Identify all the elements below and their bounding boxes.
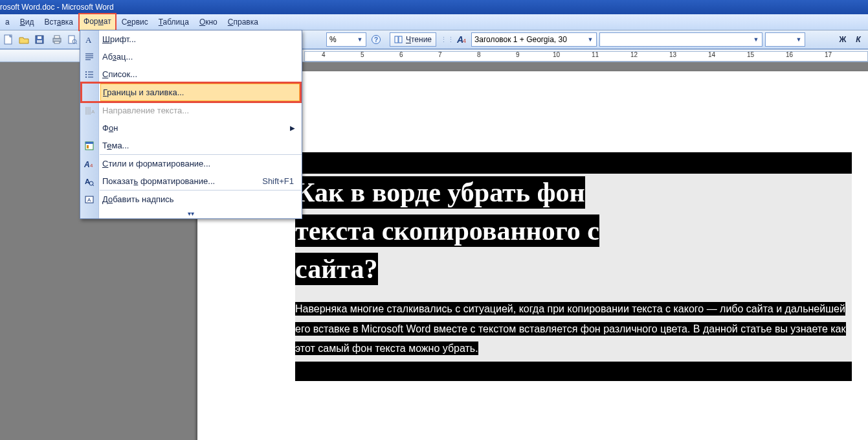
textbox-icon: A — [83, 193, 96, 206]
svg-rect-3 — [37, 40, 42, 43]
font-combo[interactable]: ▼ — [599, 32, 762, 47]
menu-font[interactable]: A Шрифт... — [80, 30, 302, 48]
menu-item-truncated[interactable]: а — [0, 15, 15, 29]
svg-point-26 — [85, 76, 87, 78]
document-title[interactable]: Как в ворде убрать фон текста скопирован… — [295, 174, 852, 288]
styles-pane-icon[interactable]: A4 — [456, 32, 470, 47]
submenu-arrow-icon: ▶ — [290, 124, 295, 132]
style-combo[interactable]: Заголовок 1 + Georgia, 30 ▼ — [471, 32, 597, 47]
text-direction-icon: A — [83, 104, 96, 117]
svg-rect-5 — [54, 36, 60, 38]
svg-rect-6 — [54, 41, 60, 43]
svg-rect-34 — [87, 145, 89, 148]
font-icon: A — [83, 33, 96, 46]
document-paragraph[interactable]: Наверняка многие сталкивались с ситуацие… — [295, 299, 852, 358]
window-title: rosoft Word.doc - Microsoft Word — [0, 3, 114, 12]
menu-item-tools[interactable]: Сервис — [117, 15, 153, 29]
style-combo-value: Заголовок 1 + Georgia, 30 — [474, 35, 567, 44]
svg-rect-33 — [85, 142, 93, 144]
svg-rect-14 — [399, 36, 402, 43]
chevron-down-icon: ▼ — [751, 36, 761, 43]
svg-rect-13 — [395, 36, 398, 43]
menu-text-direction: A Направление текста... — [80, 102, 302, 119]
menu-theme[interactable]: Тема... — [80, 137, 302, 154]
zoom-combo[interactable]: % ▼ — [326, 32, 366, 47]
print-icon[interactable] — [50, 32, 64, 47]
bold-button[interactable]: Ж — [836, 32, 850, 47]
menu-background[interactable]: Фон ▶ — [80, 119, 302, 137]
new-doc-icon[interactable] — [1, 32, 16, 47]
save-icon[interactable] — [32, 32, 47, 47]
chevron-down-icon: ▼ — [586, 36, 595, 43]
svg-point-24 — [85, 74, 87, 75]
selection-block-bottom — [295, 362, 852, 381]
svg-line-9 — [76, 43, 77, 44]
menu-item-insert[interactable]: Вставка — [39, 15, 78, 29]
menu-borders-shading[interactable]: Границы и заливка... — [80, 82, 302, 103]
styles-icon: A4 — [83, 157, 96, 170]
svg-rect-2 — [38, 36, 41, 39]
menu-item-help[interactable]: Справка — [223, 15, 263, 29]
chevron-down-icon: ▾▾ — [188, 210, 194, 217]
document-content[interactable]: Как в ворде убрать фон текста скопирован… — [295, 174, 852, 381]
menu-expand[interactable]: ▾▾ — [80, 208, 302, 218]
menu-insert-textbox[interactable]: A Добавить надпись — [80, 191, 302, 208]
open-icon[interactable] — [17, 32, 31, 47]
print-preview-icon[interactable] — [65, 32, 80, 47]
svg-text:A: A — [85, 35, 92, 45]
svg-text:4: 4 — [463, 38, 466, 44]
paragraph-icon — [83, 51, 96, 64]
list-icon — [83, 68, 96, 81]
menu-paragraph[interactable]: Абзац... — [80, 48, 302, 65]
menubar: а Вид Вставка Формат Сервис Таблица Окно… — [0, 14, 868, 30]
help-icon[interactable]: ? — [369, 32, 383, 47]
theme-icon — [83, 139, 96, 152]
menu-reveal-formatting[interactable]: A Показать форматирование... Shift+F1 — [80, 172, 302, 190]
zoom-value: % — [329, 35, 337, 44]
shortcut-label: Shift+F1 — [262, 176, 294, 186]
reading-label: Чтение — [406, 35, 432, 44]
menu-item-view[interactable]: Вид — [15, 15, 39, 29]
reading-button[interactable]: Чтение — [390, 32, 436, 47]
svg-line-39 — [93, 185, 94, 186]
chevron-down-icon: ▼ — [794, 36, 803, 43]
menu-item-format[interactable]: Формат — [78, 13, 117, 31]
italic-button[interactable]: К — [851, 32, 865, 47]
reveal-fmt-icon: A — [83, 175, 96, 188]
svg-text:A: A — [84, 160, 90, 169]
handle-icon: ⋮⋮ — [440, 32, 454, 47]
svg-text:?: ? — [374, 36, 378, 43]
svg-text:4: 4 — [90, 163, 93, 168]
menu-list[interactable]: Список... — [80, 65, 302, 83]
menu-item-table[interactable]: Таблица — [153, 15, 194, 29]
format-menu-dropdown: A Шрифт... Абзац... Список... Границы и … — [80, 30, 302, 219]
window-titlebar: rosoft Word.doc - Microsoft Word — [0, 0, 868, 14]
svg-point-22 — [85, 71, 87, 73]
font-size-combo[interactable]: ▼ — [765, 32, 805, 47]
menu-styles-formatting[interactable]: A4 Стили и форматирование... — [80, 155, 302, 172]
svg-text:A: A — [87, 197, 91, 203]
menu-item-window[interactable]: Окно — [194, 15, 223, 29]
chevron-down-icon: ▼ — [355, 36, 364, 43]
svg-text:A: A — [91, 109, 95, 115]
